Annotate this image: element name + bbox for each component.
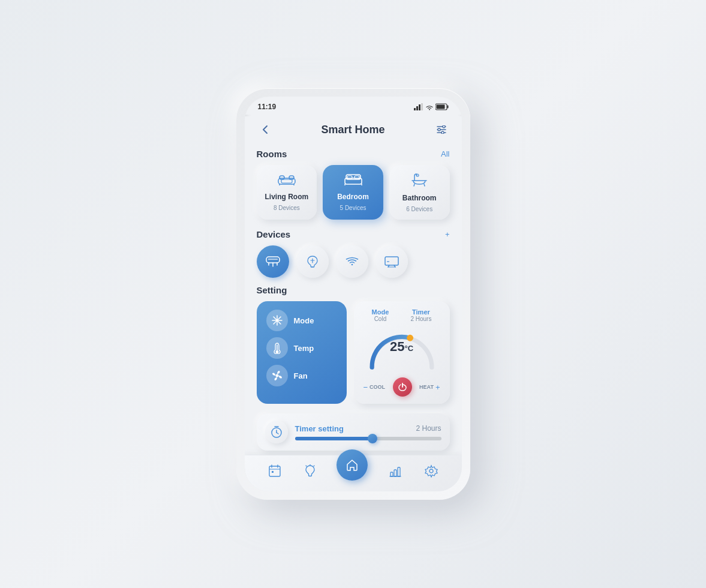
- bathroom-devices: 6 Devices: [406, 206, 432, 212]
- snowflake-icon-container: [266, 310, 288, 331]
- mode-display-label: Mode: [372, 308, 389, 316]
- signal-icon: [414, 103, 423, 110]
- battery-icon: [435, 103, 449, 110]
- svg-rect-65: [398, 467, 400, 476]
- cool-heat-row: − COOL HEAT +: [361, 377, 443, 397]
- bed-icon: [344, 172, 363, 185]
- nav-home[interactable]: [337, 449, 368, 481]
- timer-icon: [265, 421, 288, 443]
- svg-rect-1: [416, 106, 418, 110]
- temp-unit: °C: [404, 344, 413, 353]
- room-card-bedroom[interactable]: Bedroom 5 Devices: [323, 165, 383, 220]
- clock-icon: [271, 426, 283, 438]
- timer-display-label: Timer: [410, 308, 431, 316]
- mode-display: Mode Cold: [372, 308, 389, 322]
- thermometer-icon: [273, 342, 281, 354]
- timer-hours: 2 Hours: [416, 424, 441, 433]
- analytics-icon: [389, 464, 402, 478]
- bulb-icon: [307, 255, 319, 268]
- room-card-living-room[interactable]: Living Room 8 Devices: [257, 165, 317, 220]
- lights-icon: [304, 464, 316, 478]
- bedroom-name: Bedroom: [337, 193, 369, 201]
- app-header: Smart Home: [245, 116, 462, 144]
- screen-content: Smart Home Rooms All: [245, 116, 462, 491]
- rooms-row: Living Room 8 Devices: [257, 165, 450, 220]
- room-card-bathroom[interactable]: Bathroom 6 Devices: [389, 165, 450, 220]
- device-light-button[interactable]: [296, 245, 329, 278]
- nav-lights[interactable]: [302, 462, 319, 480]
- filter-button[interactable]: [433, 121, 450, 138]
- timer-title: Timer setting: [295, 424, 344, 433]
- power-button[interactable]: [393, 377, 412, 397]
- home-icon: [346, 458, 359, 472]
- nav-analytics[interactable]: [386, 462, 404, 480]
- svg-line-51: [277, 433, 278, 434]
- nav-settings[interactable]: [422, 462, 440, 480]
- svg-point-8: [443, 125, 445, 128]
- living-room-name: Living Room: [265, 193, 309, 201]
- svg-rect-27: [266, 257, 280, 263]
- svg-rect-53: [269, 466, 280, 476]
- svg-rect-64: [394, 470, 396, 476]
- snowflake-icon: [272, 315, 283, 326]
- thermostat-panel: Mode Cold Timer 2 Hours: [354, 301, 450, 404]
- svg-point-46: [275, 350, 278, 353]
- timer-display: Timer 2 Hours: [410, 308, 431, 322]
- rooms-section: Rooms All: [245, 144, 462, 224]
- nav-calendar[interactable]: [266, 462, 284, 480]
- back-button[interactable]: [257, 121, 274, 138]
- add-device-button[interactable]: +: [445, 230, 450, 239]
- timer-slider-thumb[interactable]: [368, 434, 377, 443]
- cool-control: − COOL: [363, 383, 386, 392]
- bathroom-name: Bathroom: [402, 194, 437, 202]
- mode-timer-row: Mode Cold Timer 2 Hours: [361, 308, 443, 322]
- fan-icon-container: [266, 365, 288, 386]
- status-bar: 11:19: [245, 97, 462, 115]
- svg-rect-35: [385, 257, 398, 265]
- svg-rect-16: [281, 179, 292, 183]
- temp-reading: 25°C: [390, 339, 413, 355]
- bottom-navigation: [245, 455, 462, 491]
- timer-slider-track[interactable]: [295, 437, 441, 440]
- temp-value: 25: [390, 339, 404, 354]
- fan-icon: [271, 370, 283, 382]
- setting-row: Mode Temp: [257, 301, 450, 404]
- svg-point-12: [441, 131, 444, 134]
- svg-rect-57: [272, 471, 274, 473]
- wifi-icon: [346, 256, 359, 267]
- setting-title: Setting: [257, 285, 287, 295]
- device-tv-button[interactable]: [375, 245, 408, 278]
- svg-point-10: [438, 128, 440, 131]
- filter-icon: [436, 125, 447, 134]
- plus-icon[interactable]: +: [435, 383, 440, 392]
- bedroom-devices: 5 Devices: [340, 205, 366, 211]
- temp-setting-item[interactable]: Temp: [266, 337, 337, 359]
- tv-icon: [384, 256, 399, 268]
- timer-header: Timer setting 2 Hours: [295, 424, 441, 433]
- svg-rect-6: [436, 105, 444, 109]
- rooms-all-button[interactable]: All: [441, 149, 449, 158]
- phone-screen: 11:19: [245, 97, 462, 491]
- setting-header: Setting: [257, 285, 450, 295]
- settings-icon: [425, 464, 438, 478]
- ac-icon: [266, 256, 280, 268]
- devices-header: Devices +: [257, 229, 450, 239]
- timer-display-value: 2 Hours: [410, 316, 431, 322]
- temp-label: Temp: [294, 344, 314, 353]
- device-wifi-button[interactable]: [336, 245, 368, 278]
- thermometer-icon-container: [266, 337, 288, 359]
- svg-rect-15: [289, 176, 294, 179]
- svg-rect-5: [447, 106, 448, 109]
- svg-rect-14: [280, 176, 284, 179]
- devices-title: Devices: [257, 229, 291, 239]
- devices-section: Devices +: [245, 224, 462, 283]
- device-ac-button[interactable]: [257, 245, 289, 278]
- mode-setting-item[interactable]: Mode: [266, 310, 337, 331]
- minus-icon[interactable]: −: [363, 383, 368, 392]
- wifi-status-icon: [425, 104, 434, 110]
- svg-line-60: [306, 466, 307, 466]
- svg-rect-2: [419, 104, 420, 110]
- timer-section: Timer setting 2 Hours: [257, 413, 450, 451]
- svg-rect-63: [390, 472, 393, 476]
- fan-setting-item[interactable]: Fan: [266, 365, 337, 386]
